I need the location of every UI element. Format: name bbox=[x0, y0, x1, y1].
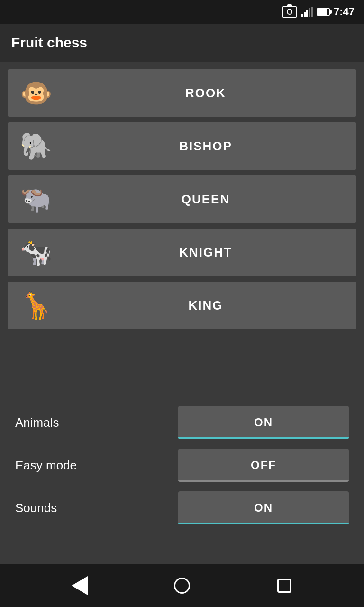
svg-rect-4 bbox=[311, 7, 313, 17]
settings-section: Animals ON Easy mode OFF Sounds ON bbox=[8, 401, 356, 539]
queen-button[interactable]: 🐃 QUEEN bbox=[8, 175, 356, 223]
rook-emoji: 🐵 bbox=[17, 78, 55, 109]
recents-icon bbox=[277, 579, 291, 593]
home-button[interactable] bbox=[168, 571, 196, 600]
queen-emoji: 🐃 bbox=[17, 184, 55, 215]
knight-emoji: 🐄 bbox=[17, 237, 55, 268]
king-emoji: 🦒 bbox=[17, 290, 55, 321]
bishop-label: BISHOP bbox=[64, 139, 347, 154]
title-bar: Fruit chess bbox=[0, 24, 364, 62]
recents-button[interactable] bbox=[270, 571, 299, 600]
sounds-toggle[interactable]: ON bbox=[178, 491, 349, 524]
app-title: Fruit chess bbox=[11, 35, 87, 51]
nav-bar bbox=[0, 564, 364, 607]
rook-label: ROOK bbox=[64, 86, 347, 101]
knight-button[interactable]: 🐄 KNIGHT bbox=[8, 229, 356, 276]
animals-toggle[interactable]: ON bbox=[178, 406, 349, 439]
animals-label: Animals bbox=[15, 415, 178, 430]
battery-icon bbox=[317, 8, 330, 16]
status-bar: 7:47 bbox=[0, 0, 364, 24]
knight-label: KNIGHT bbox=[64, 245, 347, 260]
bishop-emoji: 🐘 bbox=[17, 131, 55, 162]
king-label: KING bbox=[64, 298, 347, 313]
easy-mode-label: Easy mode bbox=[15, 458, 178, 473]
main-content: 🐵 ROOK 🐘 BISHOP 🐃 QUEEN 🐄 KNIGHT 🦒 KING … bbox=[0, 62, 364, 564]
status-time: 7:47 bbox=[334, 6, 355, 18]
easy-mode-setting-row: Easy mode OFF bbox=[8, 444, 356, 487]
queen-label: QUEEN bbox=[64, 192, 347, 207]
signal-icon bbox=[301, 7, 313, 17]
back-icon bbox=[72, 576, 88, 595]
animals-setting-row: Animals ON bbox=[8, 401, 356, 444]
svg-rect-2 bbox=[306, 10, 308, 17]
home-icon bbox=[174, 578, 190, 594]
svg-rect-1 bbox=[304, 12, 306, 17]
rook-button[interactable]: 🐵 ROOK bbox=[8, 69, 356, 117]
back-button[interactable] bbox=[65, 571, 94, 600]
svg-rect-3 bbox=[309, 8, 310, 17]
king-button[interactable]: 🦒 KING bbox=[8, 282, 356, 329]
photo-icon bbox=[282, 6, 297, 18]
sounds-setting-row: Sounds ON bbox=[8, 487, 356, 529]
easy-mode-toggle[interactable]: OFF bbox=[178, 449, 349, 482]
svg-rect-0 bbox=[301, 14, 303, 17]
sounds-label: Sounds bbox=[15, 501, 178, 515]
status-icons: 7:47 bbox=[301, 6, 355, 18]
bishop-button[interactable]: 🐘 BISHOP bbox=[8, 122, 356, 170]
